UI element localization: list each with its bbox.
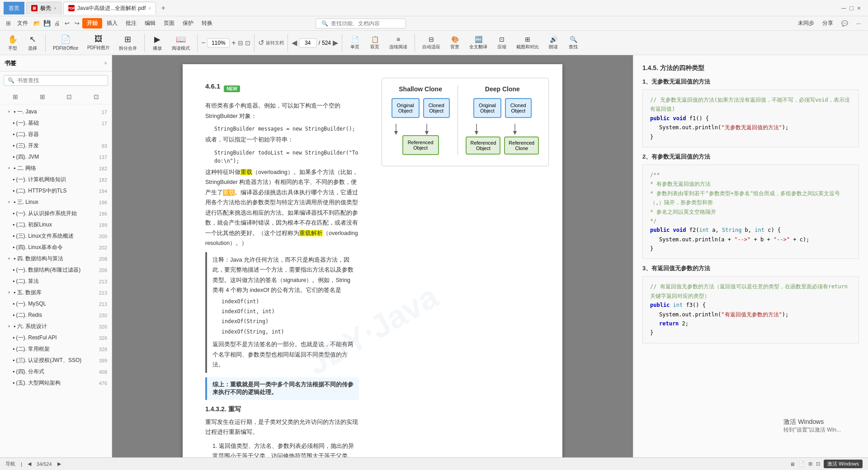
linux-explore-label: ▪ (二). 初探Linux [13,221,52,229]
tab-pdf[interactable]: PDF Java中高级进...全面解析.pdf × [63,2,156,14]
sidebar-item-algo[interactable]: ▪ (二). 算法 213 [0,276,112,287]
page-input[interactable]: 34 [299,38,317,47]
sidebar-item-java-basics[interactable]: ▪ (一). 基础 17 [0,118,112,129]
toolbar-sep1 [45,34,46,52]
sidebar-item-java-jvm[interactable]: ▪ (四). JVM 137 [0,151,112,163]
tab-jike-close[interactable]: × [54,6,57,11]
sidebar-item-linux-cmd[interactable]: ▪ (四). Linux基本命令 202 [0,242,112,253]
translate-button[interactable]: 🔤 全文翻译 [466,34,491,52]
zoom-out-button[interactable]: − [201,39,205,47]
deep-clone-referenced-box: ReferencedClone [504,136,539,155]
menu-undo-icon[interactable]: ↩ [62,19,71,28]
read-aloud-button[interactable]: 🔊 朗读 [544,34,562,52]
sidebar-item-linux[interactable]: ▼ ▪ 三. Linux 196 [0,197,112,208]
sync-label[interactable]: 未同步 [794,18,818,29]
search-input[interactable] [331,20,400,27]
page-nav-next[interactable]: ▶ [57,461,61,467]
menu-grid-icon[interactable]: ⊞ [4,19,13,28]
menu-save-icon[interactable]: 💾 [42,19,52,28]
sidebar-item-framework[interactable]: ▪ (二). 常用框架 328 [0,343,112,355]
sidebar-item-linux-os[interactable]: ▪ (一). 从认识操作系统开始 196 [0,208,112,219]
pdf-to-office-button[interactable]: 📄 PDF转Office [49,33,82,53]
sidebar-icon-4[interactable]: ⊡ [91,91,102,102]
sidebar-item-dsa[interactable]: ▼ ▪ 四. 数据结构与算法 208 [0,253,112,264]
kaishi-button[interactable]: 开始 [82,18,102,28]
sidebar-item-network-basics[interactable]: ▪ (一). 计算机网络知识 182 [0,174,112,185]
sidebar-item-dist[interactable]: ▪ (四). 分布式 408 [0,366,112,377]
sidebar-icon-3[interactable]: ⊡ [64,91,75,102]
sidebar-search-input[interactable] [17,77,104,84]
sidebar-item-redis[interactable]: ▪ (二). Redis 230 [0,310,112,321]
minimize-button[interactable]: ─ [841,5,846,12]
sidebar-item-linux-explore[interactable]: ▪ (二). 初探Linux 199 [0,219,112,230]
page-nav-prev[interactable]: ◀ [28,461,31,467]
sidebar-item-db[interactable]: ▼ ▪ 五. 数据库 213 [0,287,112,298]
fit-page-icon[interactable]: ⊡ [245,39,250,47]
auto-fit-button[interactable]: ⊟ 自动适应 [419,34,444,52]
zoom-display[interactable]: 110% [207,38,230,47]
close-button[interactable]: × [857,5,861,12]
prev-page-button[interactable]: ◀ [292,38,297,47]
more-menu[interactable]: ··· [853,19,864,28]
share-label[interactable]: 分享 [819,18,837,29]
continuous-button[interactable]: ≡ 连续阅读 [386,34,411,52]
menu-file[interactable]: 文件 [14,18,32,29]
menu-protect[interactable]: 保护 [179,18,197,29]
comment-icon[interactable]: 💬 [838,19,852,28]
menu-edit[interactable]: 编辑 [141,18,159,29]
sidebar-network-label: ▪ 二. 网络 [14,164,36,172]
sidebar-item-sysdesign[interactable]: ▼ ▪ 六. 系统设计 326 [0,321,112,332]
maximize-button[interactable]: □ [849,5,853,12]
sidebar-item-restful[interactable]: ▪ (一). RestFul API 326 [0,332,112,343]
tab-add-button[interactable]: + [158,3,169,14]
zoom-in-button[interactable]: + [231,39,236,47]
pdf-to-image-button[interactable]: 🖼 PDF转图片 [84,33,113,53]
tab-jike[interactable]: 极 极壳 × [26,2,61,14]
tab-home[interactable]: 首页 [4,2,24,14]
play-button[interactable]: ▶ 播放 [148,33,166,53]
sidebar-close-button[interactable]: × [104,60,107,66]
pdf-viewer-area[interactable]: JDY·Java Shallow Clone OriginalObject Cl… [112,55,633,457]
network-count: 182 [99,166,107,171]
read-mode-button[interactable]: 📖 阅读模式 [168,33,193,53]
rotate-icon[interactable]: ↺ [258,38,264,47]
find-button[interactable]: 🔍 查找 [564,34,582,52]
rewrite-intro: 重写发生在运行期，是子类对父类的允许访问的方法的实现过程进行重新编写。 [205,417,359,437]
background-button[interactable]: 🎨 背景 [446,34,464,52]
sidebar-item-mysql[interactable]: ▪ (一). MySQL 213 [0,298,112,310]
menu-page[interactable]: 页面 [160,18,178,29]
double-page-button[interactable]: 📋 双页 [366,34,384,52]
next-page-button[interactable]: ▶ [333,38,338,47]
sidebar-item-bloom[interactable]: ▪ (一). 数据结构(布隆过滤器) 208 [0,264,112,276]
hand-tool-button[interactable]: ✋ 手型 [4,33,22,53]
compare-button[interactable]: ⊞ 截图和对比 [513,34,542,52]
algo-label: ▪ (二). 算法 [13,277,39,285]
menu-batch[interactable]: 批注 [122,18,140,29]
tab-pdf-close[interactable]: × [148,6,151,11]
sidebar-item-linux-fs[interactable]: ▪ (三). Linux文件系统概述 200 [0,230,112,242]
double-icon: 📋 [371,36,379,43]
select-tool-button[interactable]: ↖ 选择 [24,33,42,53]
menu-print-icon[interactable]: 🖨 [52,19,61,28]
sidebar-item-auth[interactable]: ▪ (三). 认证授权(JWT、SSO) 399 [0,355,112,366]
sidebar-icon-1[interactable]: ⊞ [10,91,21,102]
code1-body: System.out.println("无参数无返回值的方法"); [659,124,788,131]
sidebar-item-network[interactable]: ▼ ▪ 二. 网络 182 [0,163,112,174]
read-aloud-icon: 🔊 [550,36,557,43]
sidebar-icon-2[interactable]: ⊞ [37,91,48,102]
menu-open-icon[interactable]: 📂 [33,19,42,28]
split-button[interactable]: ⊞ 拆分合并 [115,33,141,53]
sidebar-search-box[interactable]: 🔍 [4,75,108,86]
sidebar-item-https[interactable]: ▪ (二). HTTPS中的TLS 194 [0,185,112,197]
single-page-button[interactable]: 📄 单页 [346,34,364,52]
menu-convert[interactable]: 转换 [198,18,216,29]
fit-width-icon[interactable]: ⊟ [238,39,243,47]
sidebar-item-java-dev[interactable]: ▪ (三). 开发 83 [0,140,112,151]
sidebar-item-large-site[interactable]: ▪ (五). 大型网站架构 476 [0,377,112,389]
menu-redo-icon[interactable]: ↪ [72,19,81,28]
sidebar-item-java-container[interactable]: ▪ (二). 容器 [0,129,112,140]
sidebar-item-java[interactable]: ▼ ▪ 一. Java 17 [0,106,112,118]
menu-insert[interactable]: 插入 [103,18,121,29]
dist-count: 408 [99,369,107,375]
compress-button[interactable]: ⊡ 压缩 [493,34,511,52]
